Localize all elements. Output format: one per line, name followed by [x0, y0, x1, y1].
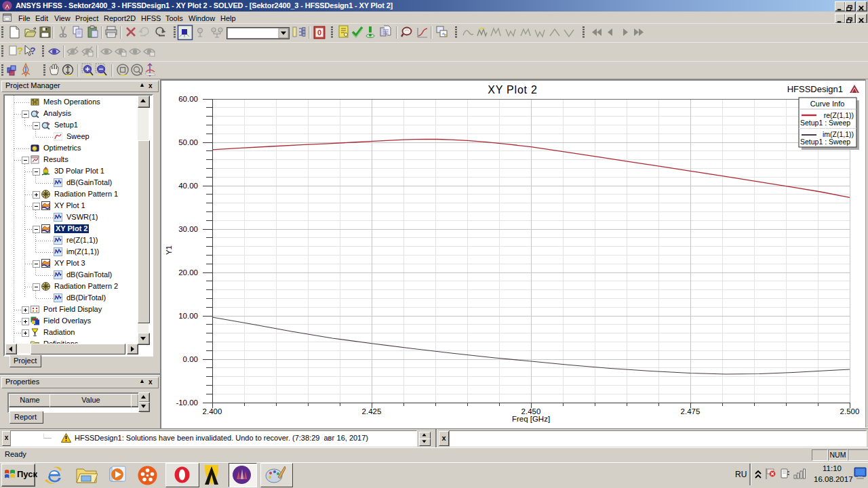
- svg-text:2.425: 2.425: [362, 407, 382, 415]
- svg-text:2.475: 2.475: [681, 407, 701, 415]
- svg-text:10.00: 10.00: [178, 312, 198, 320]
- svg-text:?: ?: [17, 45, 23, 56]
- svg-text:Y1: Y1: [165, 245, 173, 255]
- svg-text:Curve Info: Curve Info: [810, 100, 845, 108]
- svg-text:50.00: 50.00: [178, 138, 198, 146]
- svg-text:XY Plot 2: XY Plot 2: [488, 84, 538, 96]
- svg-text:?: ?: [30, 45, 36, 56]
- svg-text:40.00: 40.00: [178, 182, 198, 190]
- svg-text:-10.00: -10.00: [176, 399, 198, 407]
- svg-text:Setup1 : Sweep: Setup1 : Sweep: [800, 119, 850, 127]
- svg-text:Freq [GHz]: Freq [GHz]: [512, 415, 550, 423]
- svg-text:Setup1 : Sweep: Setup1 : Sweep: [800, 138, 850, 146]
- svg-text:60.00: 60.00: [178, 95, 198, 103]
- svg-text:30.00: 30.00: [178, 225, 198, 233]
- svg-text:0: 0: [317, 28, 321, 37]
- svg-text:2.500: 2.500: [840, 407, 860, 415]
- svg-text:0.00: 0.00: [183, 355, 198, 363]
- svg-text:2.400: 2.400: [203, 407, 222, 415]
- svg-text:HFSSDesign1: HFSSDesign1: [787, 84, 843, 94]
- svg-text:20.00: 20.00: [178, 268, 198, 277]
